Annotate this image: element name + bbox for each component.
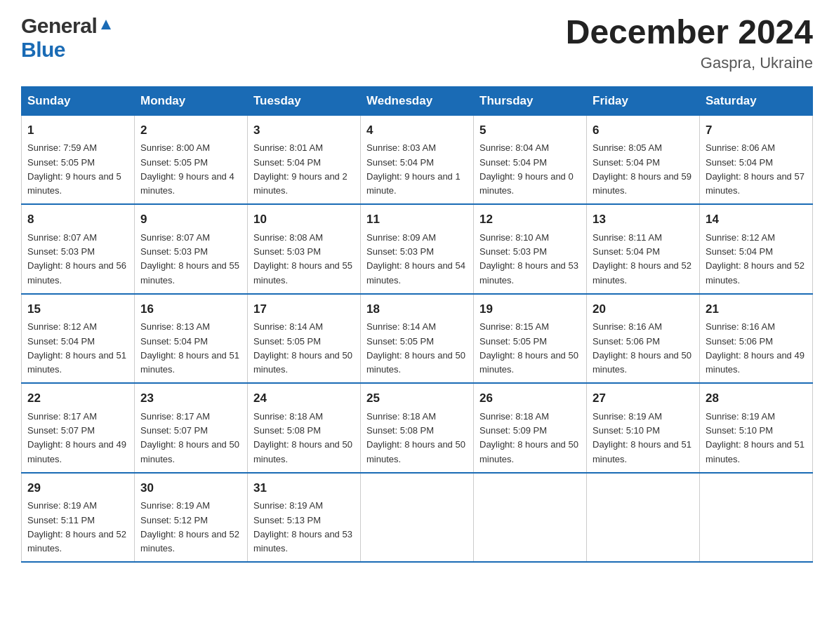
day-number: 27 xyxy=(593,389,694,408)
day-number: 18 xyxy=(366,300,468,318)
day-number: 29 xyxy=(27,479,128,497)
day-cell: 6Sunrise: 8:05 AMSunset: 5:04 PMDaylight… xyxy=(587,115,700,204)
day-info: Sunrise: 8:19 AMSunset: 5:13 PMDaylight:… xyxy=(253,500,352,554)
day-info: Sunrise: 8:16 AMSunset: 5:06 PMDaylight:… xyxy=(706,321,805,375)
day-cell: 9Sunrise: 8:07 AMSunset: 5:03 PMDaylight… xyxy=(135,204,248,294)
day-cell: 24Sunrise: 8:18 AMSunset: 5:08 PMDayligh… xyxy=(248,383,361,473)
day-info: Sunrise: 8:18 AMSunset: 5:08 PMDaylight:… xyxy=(253,411,352,464)
day-number: 4 xyxy=(366,121,468,140)
day-cell xyxy=(587,473,700,563)
day-number: 6 xyxy=(593,121,694,140)
day-info: Sunrise: 8:17 AMSunset: 5:07 PMDaylight:… xyxy=(140,411,239,464)
week-row-3: 15Sunrise: 8:12 AMSunset: 5:04 PMDayligh… xyxy=(22,294,813,384)
day-cell: 12Sunrise: 8:10 AMSunset: 5:03 PMDayligh… xyxy=(474,204,587,294)
day-number: 28 xyxy=(706,389,807,408)
page-header: General Blue December 2024 Gaspra, Ukrai… xyxy=(21,14,813,72)
day-cell: 17Sunrise: 8:14 AMSunset: 5:05 PMDayligh… xyxy=(248,294,361,384)
day-cell: 22Sunrise: 8:17 AMSunset: 5:07 PMDayligh… xyxy=(22,383,135,473)
day-cell: 31Sunrise: 8:19 AMSunset: 5:13 PMDayligh… xyxy=(248,473,361,563)
day-cell: 7Sunrise: 8:06 AMSunset: 5:04 PMDaylight… xyxy=(700,115,813,204)
week-row-5: 29Sunrise: 8:19 AMSunset: 5:11 PMDayligh… xyxy=(22,473,813,563)
header-monday: Monday xyxy=(135,86,248,115)
day-info: Sunrise: 8:00 AMSunset: 5:05 PMDaylight:… xyxy=(140,142,234,196)
day-cell: 19Sunrise: 8:15 AMSunset: 5:05 PMDayligh… xyxy=(474,294,587,384)
day-cell: 23Sunrise: 8:17 AMSunset: 5:07 PMDayligh… xyxy=(135,383,248,473)
week-row-2: 8Sunrise: 8:07 AMSunset: 5:03 PMDaylight… xyxy=(22,204,813,294)
svg-marker-0 xyxy=(101,20,111,29)
day-number: 30 xyxy=(140,479,241,497)
day-number: 12 xyxy=(479,210,581,229)
calendar-header: SundayMondayTuesdayWednesdayThursdayFrid… xyxy=(22,86,813,115)
day-info: Sunrise: 8:07 AMSunset: 5:03 PMDaylight:… xyxy=(27,232,126,286)
day-cell: 14Sunrise: 8:12 AMSunset: 5:04 PMDayligh… xyxy=(700,204,813,294)
day-number: 3 xyxy=(253,121,355,140)
day-cell: 8Sunrise: 8:07 AMSunset: 5:03 PMDaylight… xyxy=(22,204,135,294)
day-info: Sunrise: 8:09 AMSunset: 5:03 PMDaylight:… xyxy=(366,232,465,286)
day-info: Sunrise: 8:19 AMSunset: 5:12 PMDaylight:… xyxy=(140,500,239,554)
day-info: Sunrise: 8:19 AMSunset: 5:10 PMDaylight:… xyxy=(593,411,691,464)
title-block: December 2024 Gaspra, Ukraine xyxy=(566,14,813,72)
day-number: 7 xyxy=(706,121,807,140)
day-cell: 10Sunrise: 8:08 AMSunset: 5:03 PMDayligh… xyxy=(248,204,361,294)
day-number: 20 xyxy=(593,300,694,318)
day-info: Sunrise: 8:13 AMSunset: 5:04 PMDaylight:… xyxy=(140,321,239,375)
calendar-table: SundayMondayTuesdayWednesdayThursdayFrid… xyxy=(21,86,813,563)
day-cell xyxy=(361,473,474,563)
header-saturday: Saturday xyxy=(700,86,813,115)
day-number: 24 xyxy=(253,389,355,408)
day-cell: 20Sunrise: 8:16 AMSunset: 5:06 PMDayligh… xyxy=(587,294,700,384)
day-number: 13 xyxy=(593,210,694,229)
day-info: Sunrise: 8:17 AMSunset: 5:07 PMDaylight:… xyxy=(27,411,126,464)
calendar-body: 1Sunrise: 7:59 AMSunset: 5:05 PMDaylight… xyxy=(22,115,813,562)
day-info: Sunrise: 8:03 AMSunset: 5:04 PMDaylight:… xyxy=(366,142,461,196)
day-number: 16 xyxy=(140,300,241,318)
week-row-1: 1Sunrise: 7:59 AMSunset: 5:05 PMDaylight… xyxy=(22,115,813,204)
day-cell: 4Sunrise: 8:03 AMSunset: 5:04 PMDaylight… xyxy=(361,115,474,204)
day-info: Sunrise: 8:05 AMSunset: 5:04 PMDaylight:… xyxy=(593,142,691,196)
day-cell: 13Sunrise: 8:11 AMSunset: 5:04 PMDayligh… xyxy=(587,204,700,294)
header-row: SundayMondayTuesdayWednesdayThursdayFrid… xyxy=(22,86,813,115)
day-number: 5 xyxy=(479,121,581,140)
day-info: Sunrise: 8:07 AMSunset: 5:03 PMDaylight:… xyxy=(140,232,239,286)
day-number: 17 xyxy=(253,300,355,318)
day-number: 31 xyxy=(253,479,355,497)
day-info: Sunrise: 8:04 AMSunset: 5:04 PMDaylight:… xyxy=(479,142,574,196)
day-number: 14 xyxy=(706,210,807,229)
day-cell: 3Sunrise: 8:01 AMSunset: 5:04 PMDaylight… xyxy=(248,115,361,204)
day-info: Sunrise: 8:10 AMSunset: 5:03 PMDaylight:… xyxy=(479,232,578,286)
day-number: 9 xyxy=(140,210,241,229)
day-info: Sunrise: 7:59 AMSunset: 5:05 PMDaylight:… xyxy=(27,142,121,196)
day-info: Sunrise: 8:19 AMSunset: 5:11 PMDaylight:… xyxy=(27,500,126,554)
day-cell: 26Sunrise: 8:18 AMSunset: 5:09 PMDayligh… xyxy=(474,383,587,473)
day-cell: 28Sunrise: 8:19 AMSunset: 5:10 PMDayligh… xyxy=(700,383,813,473)
day-number: 25 xyxy=(366,389,468,408)
day-cell: 25Sunrise: 8:18 AMSunset: 5:08 PMDayligh… xyxy=(361,383,474,473)
day-number: 22 xyxy=(27,389,128,408)
main-title: December 2024 xyxy=(566,14,813,51)
day-number: 26 xyxy=(479,389,581,408)
day-number: 8 xyxy=(27,210,128,229)
day-cell: 16Sunrise: 8:13 AMSunset: 5:04 PMDayligh… xyxy=(135,294,248,384)
day-info: Sunrise: 8:16 AMSunset: 5:06 PMDaylight:… xyxy=(593,321,691,375)
header-tuesday: Tuesday xyxy=(248,86,361,115)
day-number: 2 xyxy=(140,121,241,140)
day-cell: 21Sunrise: 8:16 AMSunset: 5:06 PMDayligh… xyxy=(700,294,813,384)
day-info: Sunrise: 8:19 AMSunset: 5:10 PMDaylight:… xyxy=(706,411,805,464)
logo-general-text: General xyxy=(21,14,97,38)
location-subtitle: Gaspra, Ukraine xyxy=(566,54,813,72)
day-number: 15 xyxy=(27,300,128,318)
day-number: 23 xyxy=(140,389,241,408)
day-cell: 29Sunrise: 8:19 AMSunset: 5:11 PMDayligh… xyxy=(22,473,135,563)
logo-triangle-icon xyxy=(98,17,114,32)
day-info: Sunrise: 8:12 AMSunset: 5:04 PMDaylight:… xyxy=(706,232,805,286)
header-friday: Friday xyxy=(587,86,700,115)
day-info: Sunrise: 8:18 AMSunset: 5:08 PMDaylight:… xyxy=(366,411,465,464)
day-cell xyxy=(700,473,813,563)
header-sunday: Sunday xyxy=(22,86,135,115)
day-number: 21 xyxy=(706,300,807,318)
logo-blue-text: Blue xyxy=(21,38,65,61)
day-number: 19 xyxy=(479,300,581,318)
day-info: Sunrise: 8:01 AMSunset: 5:04 PMDaylight:… xyxy=(253,142,348,196)
day-cell: 30Sunrise: 8:19 AMSunset: 5:12 PMDayligh… xyxy=(135,473,248,563)
header-wednesday: Wednesday xyxy=(361,86,474,115)
